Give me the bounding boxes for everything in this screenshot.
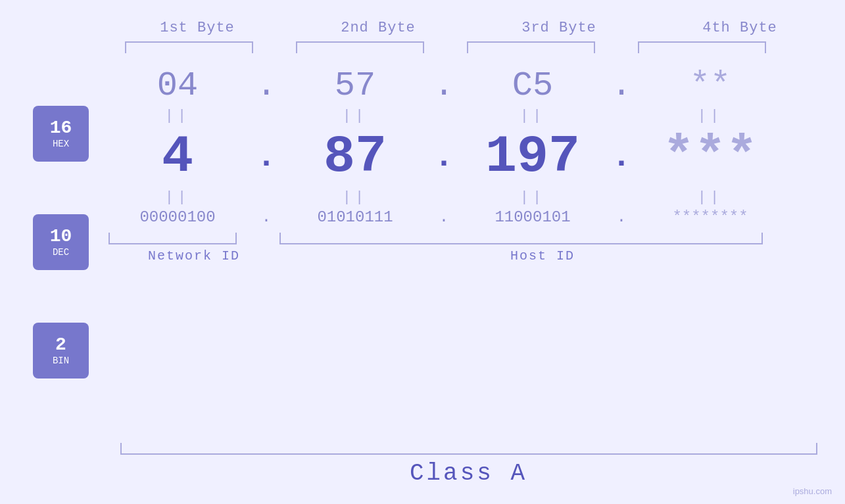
bin-dot-1: . xyxy=(247,208,286,226)
dec-cell-1: 4 xyxy=(109,127,247,187)
dec-cell-2: 87 xyxy=(286,127,424,187)
labels-column: 16 HEX 10 DEC 2 BIN xyxy=(33,66,89,431)
hex-val-1: 04 xyxy=(157,66,198,105)
top-bracket-4 xyxy=(638,41,766,53)
eq-sp-1 xyxy=(247,108,286,124)
dec-val-2: 87 xyxy=(324,127,387,187)
bin-val-3: 11000101 xyxy=(495,208,570,226)
eq-1-4: || xyxy=(641,108,779,124)
byte1-header: 1st Byte xyxy=(107,20,288,36)
dec-cell-4: *** xyxy=(641,127,779,187)
bracket-spacer-3 xyxy=(595,41,638,53)
dec-dot-1: . xyxy=(247,138,286,175)
equals-row-1: || || || || xyxy=(102,108,845,124)
data-area: 04 . 57 . C5 . ** xyxy=(102,66,845,431)
byte2-header: 2nd Byte xyxy=(288,20,469,36)
hex-val-4: ** xyxy=(690,66,731,105)
byte-headers: 1st Byte 2nd Byte 3rd Byte 4th Byte xyxy=(0,20,845,36)
hex-dot-sym-3: . xyxy=(611,66,631,105)
byte4-header: 4th Byte xyxy=(650,20,831,36)
top-bracket-2 xyxy=(296,41,424,53)
hex-cell-2: 57 xyxy=(286,66,424,105)
top-bracket-1 xyxy=(125,41,253,53)
bottom-bracket-host xyxy=(279,233,763,244)
network-id-label: Network ID xyxy=(109,248,279,263)
hex-row: 04 . 57 . C5 . ** xyxy=(102,66,845,105)
hex-badge: 16 HEX xyxy=(33,106,89,162)
hex-dot-1: . xyxy=(247,66,286,105)
byte3-header: 3rd Byte xyxy=(469,20,650,36)
eq-2-2: || xyxy=(286,189,424,206)
eq-2-4: || xyxy=(641,189,779,206)
id-labels: Network ID Host ID xyxy=(102,248,845,263)
dec-dot-2: . xyxy=(424,138,464,175)
class-section: Class A xyxy=(0,443,845,487)
eq-sp2-3 xyxy=(602,189,641,206)
dec-cell-3: 197 xyxy=(464,127,602,187)
dec-row: 4 . 87 . 197 . *** xyxy=(102,127,845,187)
hex-val-2: 57 xyxy=(335,66,375,105)
class-bracket xyxy=(120,443,817,455)
eq-sp2-1 xyxy=(247,189,286,206)
hex-dot-2: . xyxy=(424,66,464,105)
bin-base: BIN xyxy=(53,355,69,366)
hex-cell-1: 04 xyxy=(109,66,247,105)
eq-2-1: || xyxy=(109,189,247,206)
dec-dot-3: . xyxy=(602,138,641,175)
dec-dot-sym-3: . xyxy=(612,138,631,175)
host-id-label: Host ID xyxy=(279,248,806,263)
eq-sp-2 xyxy=(424,108,464,124)
bin-cell-1: 00000100 xyxy=(109,208,247,226)
bin-val-1: 00000100 xyxy=(139,208,215,226)
bracket-spacer-2 xyxy=(424,41,467,53)
hex-val-3: C5 xyxy=(512,66,553,105)
dec-base: DEC xyxy=(53,247,69,258)
eq-1-1: || xyxy=(109,108,247,124)
hex-dot-sym-2: . xyxy=(433,66,454,105)
bin-dot-3: . xyxy=(602,208,641,226)
bin-val-4: ******** xyxy=(672,208,748,226)
bottom-brackets xyxy=(102,233,845,244)
hex-dot-sym-1: . xyxy=(256,66,276,105)
bin-num: 2 xyxy=(55,335,66,355)
hex-dot-3: . xyxy=(602,66,641,105)
bin-cell-2: 01010111 xyxy=(286,208,424,226)
bin-badge: 2 BIN xyxy=(33,323,89,378)
dec-badge: 10 DEC xyxy=(33,214,89,270)
eq-1-2: || xyxy=(286,108,424,124)
bin-dot-sym-1: . xyxy=(262,208,271,226)
main-container: 1st Byte 2nd Byte 3rd Byte 4th Byte 16 H… xyxy=(0,0,845,504)
main-content: 16 HEX 10 DEC 2 BIN 04 . xyxy=(0,66,845,431)
dec-dot-sym-1: . xyxy=(256,138,276,175)
bracket-spacer-1 xyxy=(253,41,296,53)
eq-sp-3 xyxy=(602,108,641,124)
dec-num: 10 xyxy=(50,227,72,247)
dec-val-1: 4 xyxy=(162,127,193,187)
bin-dot-sym-2: . xyxy=(439,208,448,226)
equals-row-2: || || || || xyxy=(102,189,845,206)
eq-1-3: || xyxy=(464,108,602,124)
bin-dot-2: . xyxy=(424,208,464,226)
bin-row: 00000100 . 01010111 . 11000101 . xyxy=(102,208,845,226)
eq-sp2-2 xyxy=(424,189,464,206)
hex-cell-3: C5 xyxy=(464,66,602,105)
hex-cell-4: ** xyxy=(641,66,779,105)
hex-base: HEX xyxy=(53,139,69,149)
eq-2-3: || xyxy=(464,189,602,206)
bin-cell-3: 11000101 xyxy=(464,208,602,226)
bin-val-2: 01010111 xyxy=(317,208,393,226)
class-label: Class A xyxy=(120,460,817,487)
dec-dot-sym-2: . xyxy=(434,138,454,175)
bin-dot-sym-3: . xyxy=(617,208,626,226)
dec-val-3: 197 xyxy=(485,127,580,187)
dec-val-4: *** xyxy=(663,127,758,187)
watermark: ipshu.com xyxy=(793,486,832,496)
bin-cell-4: ******** xyxy=(641,208,779,226)
top-brackets xyxy=(0,41,845,53)
bot-spacer-1 xyxy=(237,233,279,244)
bottom-bracket-1 xyxy=(109,233,237,244)
top-bracket-3 xyxy=(467,41,595,53)
hex-num: 16 xyxy=(50,118,72,139)
